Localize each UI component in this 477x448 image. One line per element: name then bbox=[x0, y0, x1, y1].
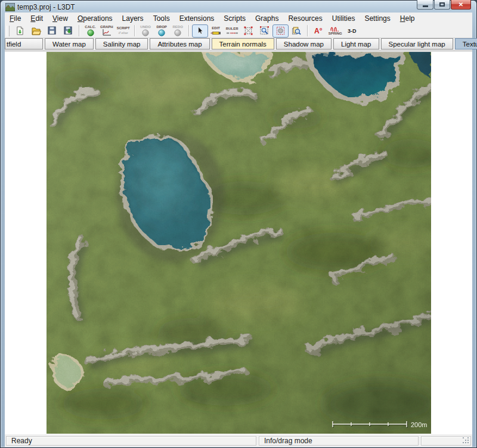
zoom-region-button[interactable] bbox=[256, 24, 272, 38]
status-ready-text: Ready bbox=[11, 437, 32, 445]
save-disk-arrow-icon bbox=[64, 26, 73, 35]
window-title: temp3.proj - L3DT bbox=[17, 3, 75, 11]
toolbar-separator bbox=[134, 25, 135, 36]
marquee-circle-icon bbox=[276, 26, 285, 35]
ruler-tool-label: RULER bbox=[226, 27, 238, 31]
marquee-zoom-icon bbox=[260, 26, 269, 35]
menu-item-graphs[interactable]: Graphs bbox=[250, 13, 283, 24]
map-tab-bar: tfieldWater mapSalinity mapAttributes ma… bbox=[5, 38, 472, 51]
script-editor-button[interactable]: SCRIPTif else bbox=[115, 24, 132, 38]
menu-item-scripts[interactable]: Scripts bbox=[219, 13, 250, 24]
preview-zoom-button[interactable] bbox=[289, 24, 305, 38]
green-ball-icon bbox=[87, 29, 94, 36]
undo-label: UNDO bbox=[140, 25, 151, 29]
window-controls: ✕ bbox=[416, 0, 471, 10]
a-degree-icon: Ao bbox=[314, 27, 323, 35]
edit-tool-label: EDIT bbox=[212, 26, 220, 30]
close-button[interactable]: ✕ bbox=[451, 0, 471, 10]
cursor-tool-button[interactable] bbox=[192, 24, 208, 38]
graph-icon bbox=[102, 29, 111, 36]
menu-item-resources[interactable]: Resources bbox=[283, 13, 327, 24]
close-icon: ✕ bbox=[459, 1, 463, 8]
menu-item-file[interactable]: File bbox=[5, 13, 26, 24]
redo-label: REDO bbox=[173, 25, 183, 29]
menu-item-view[interactable]: View bbox=[48, 13, 73, 24]
zoom-pages-icon bbox=[292, 26, 301, 35]
tab-heightfield[interactable]: tfield bbox=[5, 38, 43, 50]
toolbar-separator bbox=[307, 25, 308, 36]
undo-button[interactable]: UNDO bbox=[138, 24, 154, 38]
menu-item-extensions[interactable]: Extensions bbox=[175, 13, 219, 24]
marquee-x-icon bbox=[244, 26, 253, 35]
tab-shadow-map[interactable]: Shadow map bbox=[276, 38, 332, 50]
save-all-button[interactable] bbox=[60, 24, 76, 38]
view-3d-button[interactable]: 3-D bbox=[344, 24, 360, 38]
scale-bar-label: 200m bbox=[411, 421, 428, 428]
minimize-button[interactable] bbox=[417, 0, 433, 10]
view-3d-label: 3-D bbox=[348, 28, 357, 34]
save-project-button[interactable] bbox=[44, 24, 60, 38]
new-file-icon bbox=[16, 26, 24, 35]
drop-undo-button[interactable]: DROP bbox=[154, 24, 170, 38]
menu-item-operations[interactable]: Operations bbox=[73, 13, 117, 24]
tab-water-map[interactable]: Water map bbox=[45, 38, 94, 50]
app-icon bbox=[5, 3, 15, 11]
select-region-button[interactable] bbox=[240, 24, 256, 38]
menu-item-settings[interactable]: Settings bbox=[360, 13, 395, 24]
show-selection-button[interactable] bbox=[272, 24, 289, 38]
tab-attributes-map[interactable]: Attributes map bbox=[150, 38, 209, 50]
graph-editor-button[interactable]: GRAPH bbox=[98, 24, 115, 38]
status-mode-text: Info/drag mode bbox=[264, 437, 312, 445]
toolbar-separator bbox=[79, 25, 80, 36]
open-project-button[interactable] bbox=[28, 24, 44, 38]
toolbar-separator bbox=[188, 25, 190, 36]
script-editor-sub-label: if else bbox=[119, 30, 128, 35]
ruler-tool-button[interactable]: RULER bbox=[224, 24, 240, 38]
spring-icon bbox=[330, 26, 340, 32]
menu-item-tools[interactable]: Tools bbox=[148, 13, 175, 24]
resize-grip[interactable] bbox=[463, 437, 470, 444]
cyan-ball-icon bbox=[158, 29, 165, 36]
menu-item-help[interactable]: Help bbox=[395, 13, 420, 24]
redo-button[interactable]: REDO bbox=[170, 24, 186, 38]
texture-map-image[interactable]: 200m bbox=[47, 52, 431, 434]
arrow-cursor-icon bbox=[196, 26, 205, 35]
tab-specular-light-map[interactable]: Specular light map bbox=[381, 38, 453, 50]
svg-text:A: A bbox=[314, 27, 320, 35]
pencil-icon bbox=[210, 30, 221, 36]
gray-ball-icon bbox=[174, 29, 181, 36]
tab-light-map[interactable]: Light map bbox=[333, 38, 379, 50]
open-folder-icon bbox=[32, 27, 41, 35]
menu-item-utilities[interactable]: Utilities bbox=[327, 13, 360, 24]
svg-text:o: o bbox=[320, 27, 322, 31]
graph-editor-label: GRAPH bbox=[100, 25, 113, 29]
drop-undo-label: DROP bbox=[157, 25, 167, 29]
calc-wizard-button[interactable]: CALC. bbox=[82, 24, 98, 38]
save-disk-icon bbox=[48, 26, 57, 35]
menu-item-layers[interactable]: Layers bbox=[117, 13, 148, 24]
gray-ball-icon bbox=[142, 29, 149, 36]
title-bar: temp3.proj - L3DT ✕ bbox=[0, 0, 477, 13]
menu-item-edit[interactable]: Edit bbox=[26, 13, 48, 24]
map-view-client: 200m bbox=[5, 51, 472, 434]
new-project-button[interactable] bbox=[12, 24, 28, 38]
menu-bar: FileEditViewOperationsLayersToolsExtensi… bbox=[5, 13, 472, 24]
minimize-icon bbox=[423, 5, 428, 7]
maximize-icon bbox=[439, 2, 445, 7]
maximize-button[interactable] bbox=[434, 0, 450, 10]
calc-wizard-label: CALC. bbox=[85, 25, 95, 29]
tab-terrain-normals[interactable]: Terrain normals bbox=[212, 38, 274, 50]
app-window: temp3.proj - L3DT ✕ FileEditViewOperatio… bbox=[0, 0, 477, 448]
toolbar: CALC.GRAPHSCRIPTif elseUNDODROPREDOEDITR… bbox=[5, 24, 472, 38]
spring-tool-label: SPRING bbox=[329, 32, 342, 36]
spring-tool-button[interactable]: SPRING bbox=[327, 24, 344, 38]
tab-salinity-map[interactable]: Salinity map bbox=[95, 38, 148, 50]
toolbar-grip[interactable] bbox=[7, 26, 10, 36]
edit-tool-button[interactable]: EDIT bbox=[208, 24, 224, 38]
attributes-overlay-button[interactable]: Ao bbox=[311, 24, 327, 38]
tab-texture-map[interactable]: Texture map bbox=[455, 38, 477, 50]
status-bar: Ready Info/drag mode bbox=[5, 434, 472, 447]
ruler-icon bbox=[227, 31, 238, 35]
script-editor-label: SCRIPT bbox=[117, 26, 130, 30]
